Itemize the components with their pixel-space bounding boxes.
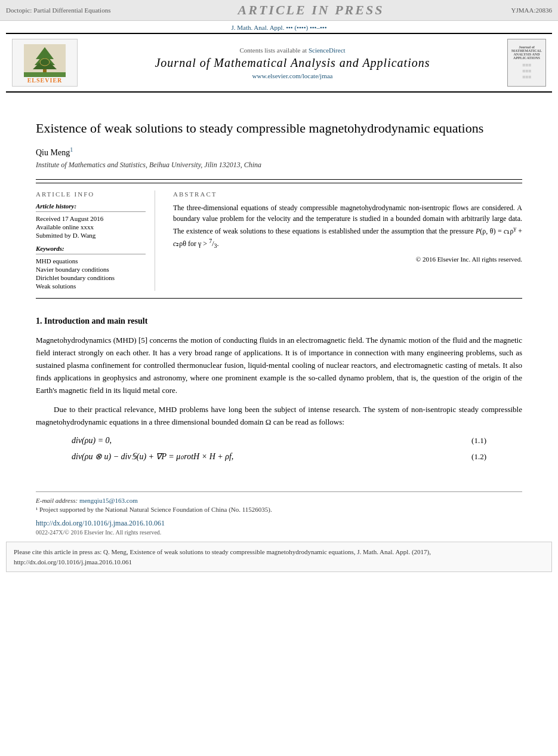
equation-1-number: (1.1) bbox=[471, 436, 486, 445]
main-content: Existence of weak solutions to steady co… bbox=[0, 93, 558, 480]
journal-url: www.elsevier.com/locate/jmaa bbox=[84, 72, 501, 79]
elsevier-wordmark: ELSEVIER bbox=[27, 77, 63, 84]
abstract-copyright: © 2016 Elsevier Inc. All rights reserved… bbox=[173, 256, 522, 263]
top-banner: Doctopic: Partial Differential Equations… bbox=[0, 0, 558, 21]
article-title: Existence of weak solutions to steady co… bbox=[36, 119, 522, 138]
received-date: Received 17 August 2016 bbox=[36, 215, 146, 222]
intro-paragraph-2: Due to their practical relevance, MHD pr… bbox=[36, 404, 522, 429]
journal-center-info: Contents lists available at ScienceDirec… bbox=[84, 47, 501, 79]
intro-paragraph-1: Magnetohydrodynamics (MHD) [5] concerns … bbox=[36, 334, 522, 397]
issn-line: 0022-247X/© 2016 Elsevier Inc. All right… bbox=[36, 529, 522, 536]
keyword-3: Dirichlet boundary conditions bbox=[36, 274, 146, 281]
info-abstract-section: ARTICLE INFO Article history: Received 1… bbox=[36, 183, 522, 299]
article-in-press-label: ARTICLE IN PRESS bbox=[238, 2, 384, 18]
yjmaa-label: YJMAA:20836 bbox=[511, 7, 552, 14]
abstract-label: ABSTRACT bbox=[173, 190, 522, 198]
submitted-by: Submitted by D. Wang bbox=[36, 232, 146, 239]
sciencedirect-link[interactable]: ScienceDirect bbox=[309, 47, 346, 54]
email-link[interactable]: mengqiu15@163.com bbox=[79, 497, 138, 504]
section-1-title: 1. Introduction and main result bbox=[36, 316, 522, 326]
author-name: Qiu Meng1 bbox=[36, 146, 522, 158]
journal-cover-image: Journal ofMATHEMATICALANALYSIS ANDAPPLIC… bbox=[507, 39, 546, 87]
equation-1-content: div(ρu) = 0, bbox=[72, 436, 112, 445]
equation-2-number: (1.2) bbox=[471, 452, 486, 462]
email-footnote: E-mail address: mengqiu15@163.com bbox=[36, 497, 522, 504]
journal-header: ELSEVIER Contents lists available at Sci… bbox=[6, 33, 552, 93]
elsevier-logo: ELSEVIER bbox=[12, 39, 78, 87]
equation-2-content: div(ρu ⊗ u) − div𝕊(u) + ∇P = μ₀rotH × H … bbox=[72, 451, 233, 462]
doi-section: http://dx.doi.org/10.1016/j.jmaa.2016.10… bbox=[36, 519, 522, 536]
contents-line: Contents lists available at ScienceDirec… bbox=[84, 47, 501, 54]
abstract-section: ABSTRACT The three-dimensional equations… bbox=[173, 190, 522, 291]
journal-title: Journal of Mathematical Analysis and App… bbox=[84, 56, 501, 70]
article-info: ARTICLE INFO Article history: Received 1… bbox=[36, 190, 155, 291]
available-online: Available online xxxx bbox=[36, 223, 146, 231]
keyword-1: MHD equations bbox=[36, 257, 146, 265]
article-info-label: ARTICLE INFO bbox=[36, 190, 146, 198]
article-history-label: Article history: bbox=[36, 202, 146, 212]
keyword-4: Weak solutions bbox=[36, 282, 146, 290]
footnote-1: ¹ Project supported by the National Natu… bbox=[36, 506, 522, 513]
doctopic-label: Doctopic: Partial Differential Equations bbox=[6, 7, 110, 14]
citation-line: J. Math. Anal. Appl. ••• (••••) •••–••• bbox=[0, 21, 558, 33]
keyword-2: Navier boundary conditions bbox=[36, 266, 146, 273]
citation-notice: Please cite this article in press as: Q.… bbox=[6, 542, 552, 572]
footnotes-section: E-mail address: mengqiu15@163.com ¹ Proj… bbox=[36, 491, 522, 513]
svg-rect-5 bbox=[24, 72, 66, 77]
keywords-label: Keywords: bbox=[36, 245, 146, 254]
equation-1-block: div(ρu) = 0, (1.1) bbox=[72, 436, 486, 445]
doi-link[interactable]: http://dx.doi.org/10.1016/j.jmaa.2016.10… bbox=[36, 519, 522, 528]
affiliation: Institute of Mathematics and Statistics,… bbox=[36, 161, 522, 170]
footer-notes: E-mail address: mengqiu15@163.com ¹ Proj… bbox=[0, 491, 558, 536]
equation-2-block: div(ρu ⊗ u) − div𝕊(u) + ∇P = μ₀rotH × H … bbox=[72, 451, 486, 462]
author-footnote-sup: 1 bbox=[70, 146, 73, 153]
abstract-text: The three-dimensional equations of stead… bbox=[173, 202, 522, 250]
